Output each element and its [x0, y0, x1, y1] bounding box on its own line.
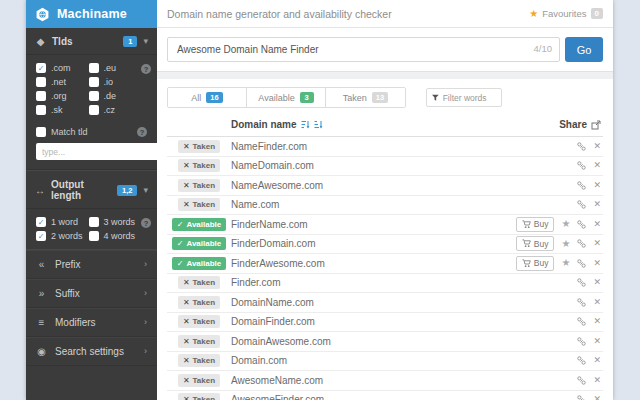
buy-button[interactable]: Buy [516, 236, 555, 251]
word-count-option[interactable]: ✓ 1 word [36, 217, 87, 227]
row-actions: Buy ★ ✕ [577, 376, 603, 385]
checkbox[interactable] [89, 63, 99, 73]
checkbox[interactable]: ✓ [36, 63, 46, 73]
word-count-option[interactable]: 3 words [89, 217, 140, 227]
match-tld-help-icon[interactable]: ? [137, 127, 147, 137]
domain-link[interactable]: NameFinder.com [231, 141, 307, 152]
tld-option[interactable]: .sk [36, 105, 87, 115]
remove-icon[interactable]: ✕ [593, 376, 601, 385]
domain-link[interactable]: FinderDomain.com [231, 238, 315, 249]
domain-link[interactable]: FinderName.com [231, 219, 308, 230]
remove-icon[interactable]: ✕ [593, 317, 601, 326]
checkbox[interactable] [89, 77, 99, 87]
domain-link[interactable]: AwesomeFinder.com [231, 394, 324, 400]
checkbox-label: .org [51, 91, 67, 101]
domain-link[interactable]: Domain.com [231, 355, 287, 366]
tld-option[interactable]: .eu [89, 63, 140, 73]
link-icon[interactable] [577, 317, 586, 326]
tld-option[interactable]: ✓ .com [36, 63, 87, 73]
checkbox-label: 4 words [104, 231, 136, 241]
sidebar-menu-item[interactable]: » Suffix › [26, 279, 157, 308]
domain-link[interactable]: NameAwesome.com [231, 180, 323, 191]
link-icon[interactable] [577, 298, 586, 307]
buy-label: Buy [534, 239, 549, 249]
favourite-star-icon[interactable]: ★ [561, 239, 570, 249]
go-button[interactable]: Go [565, 37, 603, 62]
remove-icon[interactable]: ✕ [593, 161, 601, 170]
match-tld-checkbox[interactable] [36, 127, 46, 137]
domain-link[interactable]: Finder.com [231, 277, 280, 288]
remove-icon[interactable]: ✕ [593, 259, 601, 268]
remove-icon[interactable]: ✕ [593, 220, 601, 229]
match-tld-row[interactable]: Match tld ? [26, 123, 157, 143]
checkbox[interactable] [89, 217, 99, 227]
checkbox[interactable] [36, 77, 46, 87]
status-glyph-icon: ✕ [183, 161, 190, 170]
buy-button[interactable]: Buy [516, 217, 555, 232]
checkbox[interactable] [89, 105, 99, 115]
tld-option[interactable]: .cz [89, 105, 140, 115]
link-icon[interactable] [577, 161, 586, 170]
tab-all[interactable]: All 16 [168, 88, 247, 107]
remove-icon[interactable]: ✕ [593, 278, 601, 287]
link-icon[interactable] [577, 200, 586, 209]
sidebar-menu-item[interactable]: ≡ Modifiers › [26, 308, 157, 337]
remove-icon[interactable]: ✕ [593, 356, 601, 365]
favourites-button[interactable]: ★ Favourites 0 [529, 8, 603, 19]
domain-link[interactable]: DomainFinder.com [231, 316, 315, 327]
tab-available[interactable]: Available 3 [247, 88, 326, 107]
domain-link[interactable]: DomainName.com [231, 297, 314, 308]
domain-link[interactable]: NameDomain.com [231, 160, 314, 171]
tld-option[interactable]: .io [89, 77, 140, 87]
checkbox[interactable] [36, 91, 46, 101]
checkbox[interactable] [36, 105, 46, 115]
checkbox[interactable]: ✓ [36, 231, 46, 241]
checkbox[interactable]: ✓ [36, 217, 46, 227]
remove-icon[interactable]: ✕ [593, 142, 601, 151]
link-icon[interactable] [577, 337, 586, 346]
sort-length-icon[interactable] [314, 120, 323, 129]
tlds-help-icon[interactable]: ? [141, 64, 151, 74]
remove-icon[interactable]: ✕ [593, 298, 601, 307]
search-input[interactable] [167, 37, 560, 62]
remove-icon[interactable]: ✕ [593, 337, 601, 346]
remove-icon[interactable]: ✕ [593, 200, 601, 209]
word-count-help-icon[interactable]: ? [141, 218, 151, 228]
link-icon[interactable] [577, 395, 586, 400]
domain-link[interactable]: DomainAwesome.com [231, 336, 331, 347]
word-count-option[interactable]: 4 words [89, 231, 140, 241]
link-icon[interactable] [577, 181, 586, 190]
favourite-star-icon[interactable]: ★ [561, 258, 570, 268]
domain-link[interactable]: FinderAwesome.com [231, 258, 325, 269]
word-count-option[interactable]: ✓ 2 words [36, 231, 87, 241]
tld-option[interactable]: .net [36, 77, 87, 87]
sidebar-menu-item[interactable]: ◉ Search settings › [26, 337, 157, 366]
domain-link[interactable]: Name.com [231, 199, 279, 210]
link-icon[interactable] [577, 376, 586, 385]
status-glyph-icon: ✓ [177, 220, 184, 229]
tld-option[interactable]: .org [36, 91, 87, 101]
tld-type-input[interactable] [36, 143, 159, 160]
link-icon[interactable] [577, 356, 586, 365]
tab-taken[interactable]: Taken 13 [326, 88, 405, 107]
link-icon[interactable] [577, 239, 586, 248]
link-icon[interactable] [577, 220, 586, 229]
checkbox[interactable] [89, 231, 99, 241]
filter-words-input[interactable] [443, 93, 496, 103]
remove-icon[interactable]: ✕ [593, 395, 601, 400]
sidebar-menu-item[interactable]: « Prefix › [26, 250, 157, 279]
checkbox[interactable] [89, 91, 99, 101]
link-icon[interactable] [577, 259, 586, 268]
favourite-star-icon[interactable]: ★ [561, 219, 570, 229]
sort-alpha-icon[interactable] [301, 120, 310, 129]
tlds-section-header[interactable]: ◆ Tlds 1 ▾ [26, 28, 157, 55]
link-icon[interactable] [577, 278, 586, 287]
share-icon[interactable] [591, 120, 601, 130]
remove-icon[interactable]: ✕ [593, 239, 601, 248]
tld-option[interactable]: .de [89, 91, 140, 101]
output-length-section-header[interactable]: ↔ Output length 1,2 ▾ [26, 170, 157, 209]
link-icon[interactable] [577, 142, 586, 151]
buy-button[interactable]: Buy [516, 256, 555, 271]
remove-icon[interactable]: ✕ [593, 181, 601, 190]
domain-link[interactable]: AwesomeName.com [231, 375, 323, 386]
